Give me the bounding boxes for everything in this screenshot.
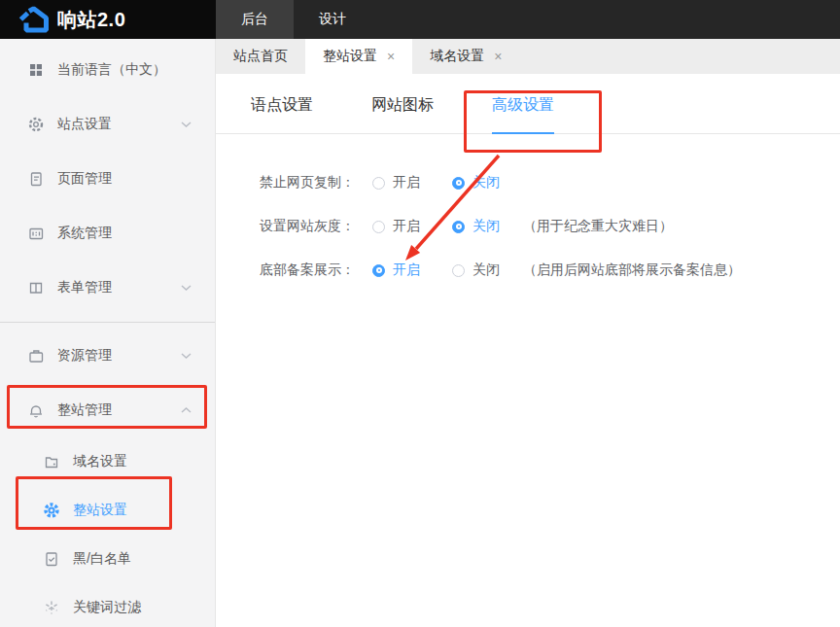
sidebar: 当前语言（中文） 站点设置 页面管理 (0, 39, 216, 627)
header-tab-backend-label: 后台 (241, 11, 268, 28)
sidebar-item-label: 页面管理 (57, 170, 112, 188)
header-tab-backend[interactable]: 后台 (216, 0, 294, 39)
radio-label: 开启 (393, 218, 420, 235)
sidebar-item-label: 站点设置 (57, 116, 112, 133)
settings-form: 禁止网页复制： 开启 关闭 设置网站灰度： 开启 (216, 134, 840, 304)
radio-label: 开启 (393, 261, 420, 279)
app-window: 响站2.0 后台 设计 当前语言（中文） (0, 0, 840, 627)
sidebar-item-form-management[interactable]: 表单管理 (0, 261, 215, 315)
sidebar-item-black-white-list[interactable]: 黑/白名单 (0, 535, 215, 583)
radio-option-off[interactable]: 关闭 (452, 174, 500, 192)
grid-icon (27, 61, 45, 79)
radio-option-on[interactable]: 开启 (372, 261, 420, 279)
content-tab-bar: 站点首页 整站设置 × 域名设置 × (216, 39, 840, 74)
system-icon (27, 225, 45, 242)
sidebar-item-system-management[interactable]: 系统管理 (0, 206, 215, 261)
radio-option-off[interactable]: 关闭 (452, 218, 500, 235)
radio-icon[interactable] (452, 264, 465, 277)
radio-option-off[interactable]: 关闭 (452, 261, 500, 279)
sidebar-item-page-management[interactable]: 页面管理 (0, 152, 215, 206)
radio-label: 关闭 (472, 174, 500, 192)
gear-outline-icon (27, 116, 45, 133)
sidebar-item-label: 域名设置 (73, 453, 127, 470)
radio-label: 关闭 (472, 218, 500, 235)
tab-advanced-settings[interactable]: 高级设置 (492, 95, 554, 134)
chevron-down-icon (181, 285, 192, 292)
doc-check-icon (43, 550, 60, 568)
page-icon (27, 170, 45, 188)
content-tab-whole-site-settings[interactable]: 整站设置 × (305, 39, 412, 74)
sidebar-item-label: 当前语言（中文） (57, 61, 166, 79)
content-area: 站点首页 整站设置 × 域名设置 × 语点设置 网站图标 (216, 39, 840, 627)
chevron-down-icon (181, 353, 192, 360)
sidebar-item-whole-site-management[interactable]: 整站管理 (0, 383, 215, 437)
setting-note: （启用后网站底部将展示备案信息） (523, 261, 741, 279)
briefcase-icon (27, 347, 45, 365)
content-tab-site-home[interactable]: 站点首页 (216, 39, 305, 74)
sparkle-icon (43, 599, 60, 616)
setting-row-disable-copy: 禁止网页复制： 开启 关闭 (258, 173, 840, 192)
radio-icon[interactable] (372, 221, 385, 233)
tab-website-icon[interactable]: 网站图标 (371, 95, 434, 133)
sidebar-item-label: 资源管理 (57, 347, 112, 365)
setting-row-icp-footer: 底部备案展示： 开启 关闭 （启用后网站底部将展示备案信息） (258, 261, 840, 280)
header-tab-bar: 后台 设计 (216, 0, 371, 39)
settings-tab-nav: 语点设置 网站图标 高级设置 (216, 74, 840, 134)
sidebar-item-whole-site-settings[interactable]: 整站设置 (0, 486, 215, 535)
radio-label: 开启 (393, 174, 420, 192)
sidebar-item-label: 系统管理 (57, 225, 112, 242)
gear-solid-icon (43, 502, 60, 519)
content-tab-label: 整站设置 (323, 48, 377, 65)
radio-label: 关闭 (472, 261, 500, 279)
close-icon[interactable]: × (494, 50, 502, 63)
chevron-up-icon (181, 407, 192, 414)
radio-icon[interactable] (452, 177, 465, 190)
sidebar-item-label: 整站管理 (57, 401, 112, 419)
tab-label: 语点设置 (251, 96, 313, 113)
tab-language-settings[interactable]: 语点设置 (251, 95, 313, 133)
sidebar-item-site-settings[interactable]: 站点设置 (0, 97, 215, 152)
sidebar-divider (0, 322, 215, 323)
bell-icon (27, 401, 45, 419)
logo-area: 响站2.0 (0, 0, 216, 39)
sidebar-item-label: 表单管理 (57, 279, 112, 296)
book-icon (27, 279, 45, 296)
setting-note: （用于纪念重大灾难日） (523, 218, 673, 235)
sidebar-item-keyword-filter[interactable]: 关键词过滤 (0, 583, 215, 627)
header-tab-design[interactable]: 设计 (294, 0, 371, 39)
radio-icon[interactable] (372, 177, 385, 190)
chevron-down-icon (181, 122, 192, 128)
sidebar-item-label: 整站设置 (73, 502, 127, 519)
radio-option-on[interactable]: 开启 (372, 218, 420, 235)
sidebar-item-label: 关键词过滤 (73, 599, 141, 616)
sidebar-item-label: 黑/白名单 (73, 550, 131, 568)
header-tab-design-label: 设计 (319, 11, 346, 28)
sidebar-item-resource-management[interactable]: 资源管理 (0, 329, 215, 383)
radio-icon[interactable] (452, 221, 465, 233)
content-tab-label: 域名设置 (430, 48, 484, 65)
folder-icon (43, 453, 60, 470)
setting-label: 禁止网页复制： (258, 174, 355, 192)
content-tab-label: 站点首页 (233, 48, 288, 65)
content-tab-domain-settings[interactable]: 域名设置 × (412, 39, 519, 74)
tab-label: 网站图标 (371, 96, 434, 113)
radio-option-on[interactable]: 开启 (372, 174, 420, 192)
app-title: 响站2.0 (57, 7, 125, 33)
close-icon[interactable]: × (387, 50, 395, 63)
radio-icon[interactable] (372, 264, 385, 277)
home-logo-icon (18, 6, 49, 33)
setting-row-gray-mode: 设置网站灰度： 开启 关闭 （用于纪念重大灾难日） (258, 217, 840, 236)
top-header: 响站2.0 后台 设计 (0, 0, 840, 39)
sidebar-item-domain-settings[interactable]: 域名设置 (0, 437, 215, 486)
setting-label: 设置网站灰度： (258, 218, 355, 235)
setting-label: 底部备案展示： (258, 261, 355, 279)
sidebar-item-current-language[interactable]: 当前语言（中文） (0, 43, 215, 97)
tab-label: 高级设置 (492, 96, 554, 113)
